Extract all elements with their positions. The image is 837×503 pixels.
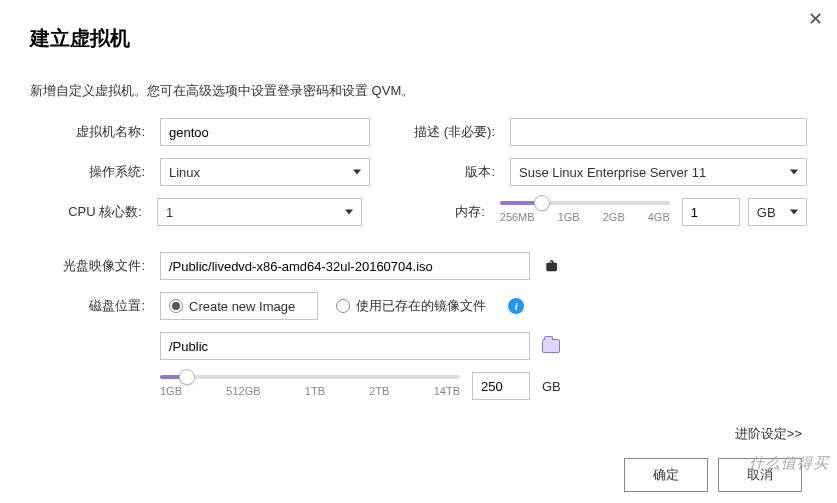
slider-tick: 1GB bbox=[160, 385, 182, 397]
ok-button[interactable]: 确定 bbox=[624, 458, 708, 492]
disk-size-input[interactable] bbox=[472, 372, 530, 400]
advanced-settings-link[interactable]: 进阶设定>> bbox=[30, 425, 802, 443]
chevron-down-icon bbox=[790, 210, 798, 215]
cd-image-input[interactable] bbox=[160, 252, 530, 280]
slider-thumb[interactable] bbox=[534, 195, 550, 211]
slider-thumb[interactable] bbox=[179, 369, 195, 385]
radio-use-existing-label: 使用已存在的镜像文件 bbox=[356, 297, 486, 315]
slider-tick: 1TB bbox=[305, 385, 325, 397]
cancel-button[interactable]: 取消 bbox=[718, 458, 802, 492]
disk-size-unit: GB bbox=[542, 379, 561, 394]
memory-value-input[interactable] bbox=[682, 198, 740, 226]
memory-label: 内存: bbox=[402, 203, 500, 221]
radio-use-existing[interactable]: 使用已存在的镜像文件 bbox=[336, 297, 486, 315]
disk-path-input[interactable] bbox=[160, 332, 530, 360]
slider-tick: 4GB bbox=[648, 211, 670, 223]
version-select[interactable]: Suse Linux Enterprise Server 11 bbox=[510, 158, 807, 186]
disk-size-slider[interactable]: 1GB512GB1TB2TB14TB bbox=[160, 375, 460, 397]
slider-tick: 2TB bbox=[369, 385, 389, 397]
memory-unit-value: GB bbox=[757, 205, 776, 220]
radio-create-new-label: Create new Image bbox=[189, 299, 295, 314]
os-label: 操作系统: bbox=[30, 163, 160, 181]
slider-tick: 256MB bbox=[500, 211, 535, 223]
version-select-value: Suse Linux Enterprise Server 11 bbox=[519, 165, 706, 180]
slider-tick: 1GB bbox=[558, 211, 580, 223]
folder-icon[interactable] bbox=[542, 339, 560, 353]
memory-unit-select[interactable]: GB bbox=[748, 198, 807, 226]
slider-tick: 2GB bbox=[603, 211, 625, 223]
chevron-down-icon bbox=[345, 210, 353, 215]
cd-image-label: 光盘映像文件: bbox=[30, 257, 160, 275]
vm-name-label: 虚拟机名称: bbox=[30, 123, 160, 141]
dialog-subtitle: 新增自定义虚拟机。您可在高级选项中设置登录密码和设置 QVM。 bbox=[30, 82, 807, 100]
cpu-select-value: 1 bbox=[166, 205, 173, 220]
info-icon[interactable]: i bbox=[508, 298, 524, 314]
slider-tick: 512GB bbox=[226, 385, 260, 397]
disk-location-label: 磁盘位置: bbox=[30, 297, 160, 315]
slider-tick: 14TB bbox=[434, 385, 460, 397]
memory-slider[interactable]: 256MB1GB2GB4GB bbox=[500, 201, 670, 223]
cpu-select[interactable]: 1 bbox=[157, 198, 362, 226]
version-label: 版本: bbox=[410, 163, 510, 181]
dialog-title: 建立虚拟机 bbox=[30, 25, 807, 52]
description-input[interactable] bbox=[510, 118, 807, 146]
os-select[interactable]: Linux bbox=[160, 158, 370, 186]
vm-name-input[interactable] bbox=[160, 118, 370, 146]
browse-iso-icon[interactable] bbox=[542, 257, 560, 275]
radio-create-new[interactable]: Create new Image bbox=[160, 292, 318, 320]
chevron-down-icon bbox=[353, 170, 361, 175]
cpu-label: CPU 核心数: bbox=[30, 203, 157, 221]
chevron-down-icon bbox=[790, 170, 798, 175]
description-label: 描述 (非必要): bbox=[410, 123, 510, 141]
os-select-value: Linux bbox=[169, 165, 200, 180]
close-icon[interactable]: ✕ bbox=[808, 8, 823, 30]
